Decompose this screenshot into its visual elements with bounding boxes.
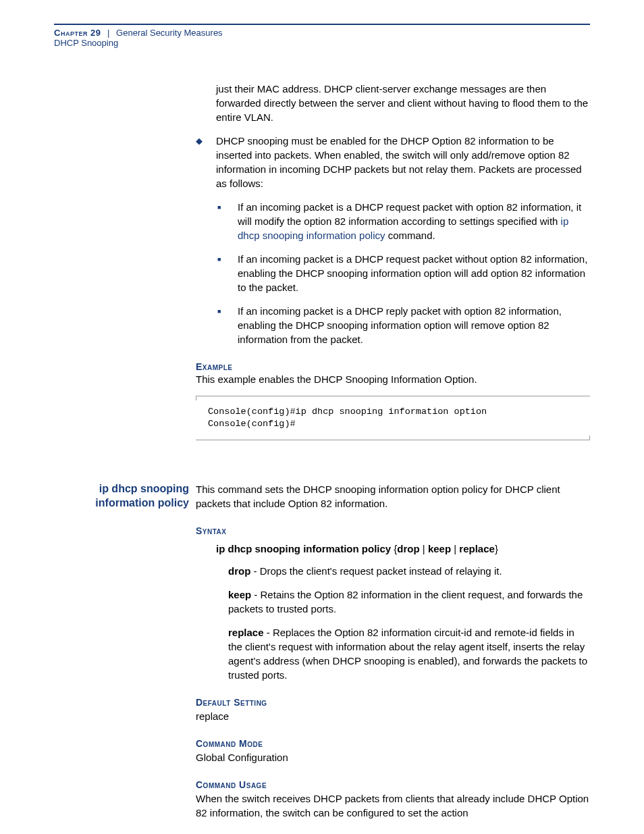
bullet-item: ◆ DHCP snooping must be enabled for the … <box>196 134 590 190</box>
mode-value: Global Configuration <box>196 750 590 764</box>
command-name: ip dhcp snooping information policy <box>54 482 189 511</box>
sub-bullet-item: ■ If an incoming packet is a DHCP reply … <box>216 304 590 346</box>
usage-text: When the switch receives DHCP packets fr… <box>196 791 590 820</box>
default-heading: Default Setting <box>196 697 590 708</box>
param-drop: drop - Drops the client's request packet… <box>228 564 590 578</box>
sub-bullet-text: If an incoming packet is a DHCP request … <box>238 252 590 294</box>
square-bullet-icon: ■ <box>216 304 238 346</box>
syntax-heading: Syntax <box>196 525 590 536</box>
command-description: This command sets the DHCP snooping info… <box>196 482 590 511</box>
sub-bullet-item: ■ If an incoming packet is a DHCP reques… <box>216 200 590 242</box>
example-text: This example enables the DHCP Snooping I… <box>196 372 590 386</box>
section-subtitle: DHCP Snooping <box>54 38 590 48</box>
code-example: Console(config)#ip dhcp snooping informa… <box>196 396 590 440</box>
page-header: Chapter 29 | General Security Measures <box>54 28 590 38</box>
usage-heading: Command Usage <box>196 779 590 790</box>
syntax-line: ip dhcp snooping information policy {dro… <box>216 542 590 556</box>
example-heading: Example <box>196 361 590 372</box>
square-bullet-icon: ■ <box>216 200 238 242</box>
sub-bullet-text: If an incoming packet is a DHCP request … <box>238 200 590 242</box>
chapter-label: Chapter 29 <box>54 28 101 38</box>
sub-bullet-item: ■ If an incoming packet is a DHCP reques… <box>216 252 590 294</box>
mode-heading: Command Mode <box>196 738 590 749</box>
chapter-title: General Security Measures <box>116 28 223 38</box>
sub-bullet-text: If an incoming packet is a DHCP reply pa… <box>238 304 590 346</box>
diamond-bullet-icon: ◆ <box>196 134 216 190</box>
param-keep: keep - Retains the Option 82 information… <box>228 588 590 616</box>
default-value: replace <box>196 709 590 723</box>
bullet-text: DHCP snooping must be enabled for the DH… <box>216 134 590 190</box>
param-replace: replace - Replaces the Option 82 informa… <box>228 625 590 682</box>
square-bullet-icon: ■ <box>216 252 238 294</box>
continuation-paragraph: just their MAC address. DHCP client-serv… <box>216 82 590 124</box>
